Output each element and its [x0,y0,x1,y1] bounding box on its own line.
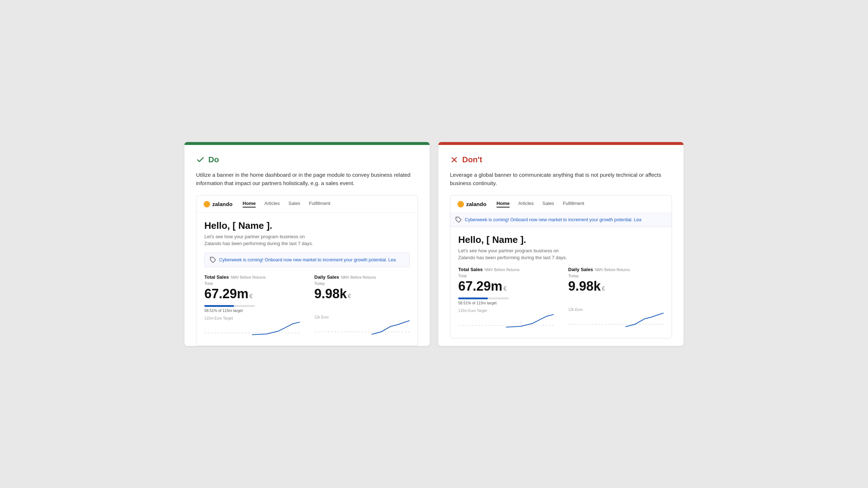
do-title: Do [208,155,219,164]
dont-banner-strip-top: Cyberweek is coming! Onboard now new mar… [450,213,672,227]
do-logo-text: zalando [212,201,233,207]
dont-total-chart [458,313,554,331]
do-subtext: Let's see how your partner program busin… [204,234,410,247]
dont-daily-value: 9.98k € [568,279,664,294]
do-nav-articles[interactable]: Articles [264,201,280,207]
dont-chart-meta-total: 115m Euro Target [458,309,554,313]
do-today-period: Today [314,281,410,286]
do-progress-bar-inner [204,305,234,307]
dont-total-value: 67.29m € [458,279,554,294]
dont-description: Leverage a global banner to communicate … [450,171,672,187]
do-banner-strip: Cyberweek is coming! Onboard now new mar… [204,253,410,267]
dont-panel-header: Don't [450,155,672,164]
do-banner-text: Cyberweek is coming! Onboard now new mar… [219,257,396,262]
do-chart-meta-total: 115m Euro Target [204,316,300,320]
do-daily-chart [314,319,410,337]
do-daily-sales-block: Daily Sales NMV Before Returns Today 9.9… [314,274,410,338]
dont-banner-text: Cyberweek is coming! Onboard now new mar… [465,217,641,222]
do-progress-label: 58.51% of 115m target [204,308,300,313]
dont-nav-fulfillment[interactable]: Fulfillment [563,201,584,207]
dont-dash-logo: zalando [458,201,486,207]
do-dash-logo: zalando [204,201,233,207]
do-progress-bar-outer [204,305,255,307]
do-panel: Do Utilize a banner in the home dashboar… [184,142,430,346]
do-panel-header: Do [196,155,418,164]
dont-chart-meta-daily: 12k Euro [568,308,664,312]
do-daily-value: 9.98k € [314,286,410,301]
dont-sales-row: Total Sales NMV Before Returns Total 67.… [458,267,664,331]
dont-subtext: Let's see how your partner program busin… [458,248,664,261]
dont-progress-bar-outer [458,297,509,299]
do-total-value: 67.29m € [204,286,300,301]
dont-panel: Don't Leverage a global banner to commun… [438,142,684,346]
dont-panel-bar [438,142,684,145]
do-description: Utilize a banner in the home dashboard o… [196,171,418,187]
do-nav-links: Home Articles Sales Fulfillment [243,201,331,207]
do-nav-fulfillment[interactable]: Fulfillment [309,201,330,207]
dont-nav-articles[interactable]: Articles [518,201,534,207]
do-dashboard-mock: zalando Home Articles Sales Fulfillment … [196,195,418,346]
dont-dashboard-mock: zalando Home Articles Sales Fulfillment [450,195,672,338]
do-nav-sales[interactable]: Sales [289,201,301,207]
dont-progress-label: 58.51% of 115m target [458,301,554,305]
do-chart-meta-daily: 12k Euro [314,315,410,319]
dont-progress-bar-inner [458,297,488,299]
dont-daily-sales-label: Daily Sales NMV Before Returns [568,267,664,272]
dont-dash-nav: zalando Home Articles Sales Fulfillment [450,196,672,213]
dont-greeting: Hello, [ Name ]. [458,234,664,245]
do-total-sales-label: Total Sales NMV Before Returns [204,274,300,280]
do-nav-home[interactable]: Home [243,201,256,207]
dont-total-sales-label: Total Sales NMV Before Returns [458,267,554,272]
x-icon [450,155,459,164]
do-total-chart [204,320,300,338]
dont-zalando-logo-dot [458,201,464,207]
dont-total-period: Total [458,274,554,278]
check-icon [196,155,205,164]
dont-title: Don't [462,155,482,164]
do-dash-nav: zalando Home Articles Sales Fulfillment [196,196,418,213]
dont-daily-sales-block: Daily Sales NMV Before Returns Today 9.9… [568,267,664,331]
do-total-period: Total [204,281,300,286]
dont-nav-home[interactable]: Home [497,201,510,207]
do-total-sales-block: Total Sales NMV Before Returns Total 67.… [204,274,300,338]
zalando-logo-dot [204,201,210,207]
do-dash-body: Hello, [ Name ]. Let's see how your part… [196,213,418,345]
do-tag-icon [210,257,216,263]
do-panel-bar [184,142,430,145]
do-greeting: Hello, [ Name ]. [204,220,410,231]
main-container: Do Utilize a banner in the home dashboar… [184,142,684,346]
dont-daily-chart [568,312,664,330]
dont-today-period: Today [568,274,664,278]
do-sales-row: Total Sales NMV Before Returns Total 67.… [204,274,410,338]
dont-tag-icon [455,217,462,223]
dont-dash-body: Hello, [ Name ]. Let's see how your part… [450,227,672,338]
do-daily-sales-label: Daily Sales NMV Before Returns [314,274,410,280]
dont-nav-sales[interactable]: Sales [542,201,554,207]
dont-nav-links: Home Articles Sales Fulfillment [497,201,584,207]
dont-logo-text: zalando [466,201,486,207]
dont-total-sales-block: Total Sales NMV Before Returns Total 67.… [458,267,554,331]
